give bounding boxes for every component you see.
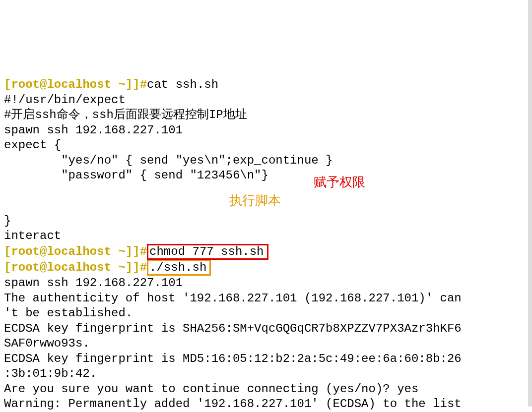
output-line: spawn ssh 192.168.227.101 bbox=[4, 276, 183, 290]
output-line: SAF0rwwo93s. bbox=[4, 337, 90, 350]
prompt: [root@localhost ~] bbox=[4, 78, 133, 91]
prompt-hash: # bbox=[140, 245, 147, 258]
output-line: ECDSA key fingerprint is SHA256:SM+VqcGQ… bbox=[4, 322, 462, 335]
prompt-bracket: ] bbox=[133, 261, 139, 274]
scrollbar[interactable] bbox=[528, 0, 532, 407]
command-run-script: ./ssh.sh bbox=[149, 261, 206, 274]
prompt-bracket: ] bbox=[133, 245, 139, 258]
prompt-hash: # bbox=[140, 78, 147, 91]
prompt: [root@localhost ~] bbox=[4, 261, 133, 274]
output-line: Warning: Permanently added '192.168.227.… bbox=[4, 397, 462, 411]
prompt-bracket: ] bbox=[133, 78, 139, 91]
output-line: Are you sure you want to continue connec… bbox=[4, 382, 418, 396]
prompt: [root@localhost ~] bbox=[4, 245, 133, 258]
annotation-run-script: 执行脚本 bbox=[229, 192, 281, 209]
command-cat: cat ssh.sh bbox=[147, 78, 218, 91]
prompt-hash: # bbox=[140, 261, 147, 274]
output-line: The authenticity of host '192.168.227.10… bbox=[4, 292, 462, 305]
output-line: :3b:01:9b:42. bbox=[4, 367, 97, 380]
output-line: 't be established. bbox=[4, 306, 133, 320]
highlight-run: ./ssh.sh bbox=[147, 260, 211, 276]
output-line: ECDSA key fingerprint is MD5:16:05:12:b2… bbox=[4, 352, 462, 365]
script-line: expect { bbox=[4, 138, 61, 152]
script-line: spawn ssh 192.168.227.101 bbox=[4, 123, 183, 137]
terminal-output: [root@localhost ~]]#cat ssh.sh #!/usr/bi… bbox=[4, 62, 528, 412]
script-line: "password" { send "123456\n"} bbox=[4, 169, 268, 182]
script-line: } bbox=[4, 214, 11, 228]
script-line: "yes/no" { send "yes\n";exp_continue } bbox=[4, 154, 333, 167]
command-chmod: chmod 777 ssh.sh bbox=[149, 245, 264, 258]
script-line: interact bbox=[4, 229, 61, 242]
highlight-chmod: chmod 777 ssh.sh bbox=[147, 244, 268, 260]
script-line: #开启ssh命令，ssh后面跟要远程控制IP地址 bbox=[4, 108, 247, 121]
annotation-grant-permission: 赋予权限 bbox=[314, 174, 365, 190]
script-line: #!/usr/bin/expect bbox=[4, 93, 126, 107]
